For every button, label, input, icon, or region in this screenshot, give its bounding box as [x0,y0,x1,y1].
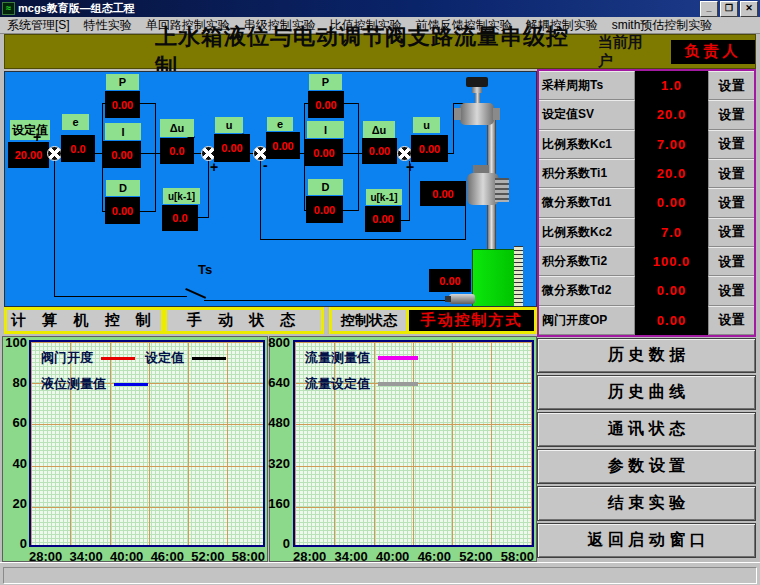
y-axis-labels: 100 80 60 40 20 0 [5,335,27,551]
param-set-button[interactable]: 设置 [708,100,754,129]
loop2-u-value: 0.00 [411,135,448,162]
loop1-u-label: u [215,117,243,133]
menu-smith[interactable]: smith预估控制实验 [605,17,720,34]
chart-legend: 阀门开度 设定值 液位测量值 [41,349,226,393]
param-set-button[interactable]: 设置 [708,71,754,100]
level-measurement-display: 0.00 [429,269,471,292]
legend-label: 流量测量值 [305,349,370,367]
history-curve-button[interactable]: 历 史 曲 线 [537,375,756,410]
param-label: 比例系数Kc1 [539,130,635,159]
history-data-button[interactable]: 历 史 数 据 [537,338,756,373]
param-row-sv: 设定值SV 20.0 设置 [539,100,754,129]
param-label: 积分系数Ti2 [539,247,635,276]
param-set-button[interactable]: 设置 [708,159,754,188]
loop1-i-value: 0.00 [103,141,141,168]
line [343,153,358,154]
return-startup-button[interactable]: 返 回 启 动 窗 口 [537,523,756,558]
loop1-i-label: I [105,123,141,140]
menu-system[interactable]: 系统管理[S] [0,17,77,34]
line [198,217,208,218]
water-tank [472,249,515,307]
minimize-button[interactable]: _ [700,1,718,17]
param-set-button[interactable]: 设置 [708,276,754,305]
loop2-du-value: 0.00 [362,138,397,164]
line [54,161,55,297]
loop2-d-label: D [308,179,343,195]
param-row-td2: 微分系数Td2 0.00 设置 [539,276,754,305]
pump-tip [445,296,451,302]
plot-area: 阀门开度 设定值 液位测量值 [29,340,265,547]
valve-flange-right [493,108,500,120]
setpoint-value: 20.00 [8,142,49,168]
legend-label: 流量设定值 [305,375,370,393]
comm-status-button[interactable]: 通 讯 状 态 [537,412,756,447]
control-status-value: 手动控制方式 [409,310,534,331]
computer-control-button[interactable]: 计 算 机 控 制 [7,310,161,331]
loop2-d-value: 0.00 [306,196,343,223]
param-value: 7.0 [635,218,708,247]
param-row-ti2: 积分系数Ti2 100.0 设置 [539,247,754,276]
control-diagram: 设定值 20.00 + - + + + - + + e 0.0 P 0.00 I… [4,71,537,307]
loop1-du-value: 0.0 [160,138,194,164]
param-value: 7.00 [635,130,708,159]
banner: 上水箱液位与电动调节阀支路流量串级控制 当前用户 负责人 [4,34,756,69]
param-value: 0.00 [635,188,708,217]
y-tick: 640 [268,375,290,390]
tank-level-ruler [514,246,523,307]
line [155,103,156,212]
manual-state-button[interactable]: 手 动 状 态 [167,310,321,331]
sum-junction-1 [47,146,62,161]
legend-line-flow-measure [378,356,418,360]
loop2-i-value: 0.00 [305,139,343,166]
flow-measurement-display: 0.00 [420,181,466,206]
window-titlebar: ≈ mcgs教育版—组态工程 _ ❐ ✕ [0,0,760,17]
status-bar-panel [3,567,757,584]
app-icon: ≈ [2,2,15,15]
legend-label: 阀门开度 [41,349,93,367]
param-label: 微分系数Td2 [539,276,635,305]
flow-sensor-cap [473,165,489,173]
loop2-uk-label: u[k-1] [366,189,402,205]
line [401,220,410,221]
param-set-button[interactable]: 设置 [708,247,754,276]
param-set-button[interactable]: 设置 [708,130,754,159]
y-tick: 0 [20,536,27,551]
loop1-d-label: D [106,180,140,196]
plus-sign: + [406,162,414,172]
y-tick: 480 [268,415,290,430]
param-value: 1.0 [635,71,708,100]
valve-stem [475,93,480,103]
loop1-du-label: Δu [160,119,194,137]
status-bar [0,562,760,585]
param-row-kc2: 比例系数Kc2 7.0 设置 [539,218,754,247]
legend-label: 设定值 [145,349,184,367]
valve-actuator-cap [466,77,488,87]
y-tick: 160 [268,496,290,511]
param-set-button[interactable]: 设置 [708,188,754,217]
param-setting-button[interactable]: 参 数 设 置 [537,449,756,484]
param-set-button[interactable]: 设置 [708,218,754,247]
menu-characteristic[interactable]: 特性实验 [77,17,139,34]
parameter-panel: 采样周期Ts 1.0 设置 设定值SV 20.0 设置 比例系数Kc1 7.00… [537,69,756,337]
restore-button[interactable]: ❐ [720,1,738,17]
line [260,239,466,240]
ts-label: Ts [198,262,212,277]
param-row-td1: 微分系数Td1 0.00 设置 [539,188,754,217]
line [204,300,452,301]
legend-line-flow-setpoint [378,382,418,386]
y-tick: 20 [13,496,27,511]
level-trend-chart: 100 80 60 40 20 0 阀门开度 设定值 液位测量值 [2,336,268,562]
loop1-e-label: e [62,114,89,130]
loop2-p-label: P [309,74,342,90]
param-set-button[interactable]: 设置 [708,306,754,335]
window-title: mcgs教育版—组态工程 [18,1,135,16]
param-value: 0.00 [635,276,708,305]
y-tick: 0 [283,536,290,551]
close-button[interactable]: ✕ [740,1,758,17]
legend-label: 液位测量值 [41,375,106,393]
end-experiment-button[interactable]: 结 束 实 验 [537,486,756,521]
chart-legend: 流量测量值 流量设定值 [305,349,418,393]
valve-flange-left [454,108,461,120]
plus-sign: + [33,132,41,142]
loop2-e-label: e [267,117,293,131]
